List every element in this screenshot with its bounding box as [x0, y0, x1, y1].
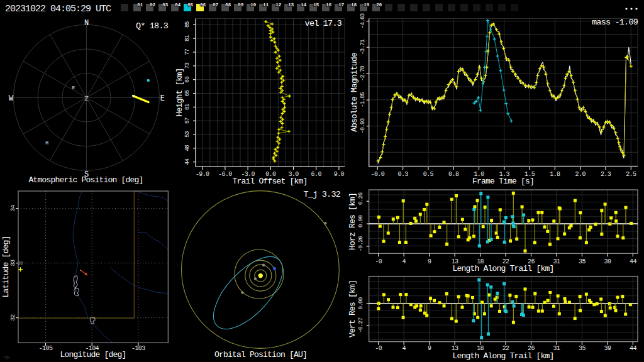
svg-text:01: 01	[137, 2, 143, 8]
svg-text:-2.78: -2.78	[360, 65, 367, 81]
svg-text:19: 19	[364, 2, 369, 8]
svg-text:R: R	[72, 85, 75, 90]
svg-text:-0.26: -0.26	[357, 236, 364, 251]
svg-text:Trail Offset [km]: Trail Offset [km]	[232, 177, 307, 186]
svg-text:05: 05	[187, 2, 193, 8]
svg-text:32: 32	[9, 314, 16, 321]
svg-text:22: 22	[502, 345, 509, 352]
svg-text:44: 44	[630, 345, 636, 352]
svg-text:06: 06	[200, 2, 206, 8]
svg-text:73: 73	[184, 62, 191, 69]
svg-text:35: 35	[579, 345, 586, 352]
svg-text:26: 26	[528, 345, 535, 352]
svg-text:4: 4	[402, 345, 406, 352]
svg-text:T_j 3.32: T_j 3.32	[304, 190, 341, 199]
svg-text:08: 08	[225, 2, 231, 8]
svg-text:61: 61	[184, 103, 191, 110]
svg-text:2.0: 2.0	[575, 171, 586, 178]
svg-text:-0.0: -0.0	[370, 171, 384, 178]
svg-text:34: 34	[9, 205, 16, 212]
svg-text:2.5: 2.5	[626, 171, 636, 178]
svg-text:9.0: 9.0	[334, 171, 345, 178]
svg-text:65: 65	[184, 90, 191, 97]
svg-text:35: 35	[579, 258, 586, 265]
svg-text:53: 53	[184, 131, 191, 138]
svg-text:N: N	[84, 19, 89, 28]
svg-text:85: 85	[184, 21, 191, 28]
svg-text:39: 39	[604, 258, 611, 265]
svg-text:02: 02	[150, 2, 155, 8]
svg-text:2.3: 2.3	[601, 171, 611, 178]
svg-text:04: 04	[175, 2, 180, 8]
svg-text:Atmospheric Position [deg]: Atmospheric Position [deg]	[29, 175, 143, 185]
svg-text:vel 17.3: vel 17.3	[305, 19, 342, 28]
svg-text:13: 13	[288, 2, 294, 8]
svg-text:Length Along Trail [km]: Length Along Trail [km]	[452, 264, 553, 273]
svg-text:Height [km]: Height [km]	[175, 68, 184, 116]
svg-text:0.3: 0.3	[397, 171, 408, 178]
svg-text:44: 44	[184, 158, 191, 165]
svg-text:18: 18	[351, 2, 357, 8]
svg-text:Horz Res [km]: Horz Res [km]	[348, 193, 357, 250]
svg-text:17: 17	[338, 2, 344, 8]
svg-text:-0: -0	[375, 345, 382, 352]
svg-text:rjw: rjw	[3, 355, 9, 359]
svg-text:-4.63: -4.63	[360, 13, 367, 28]
svg-text:-9.0: -9.0	[196, 171, 209, 178]
svg-text:M: M	[45, 140, 48, 146]
svg-text:20: 20	[376, 2, 382, 8]
svg-text:09: 09	[238, 2, 243, 8]
svg-text:9: 9	[428, 258, 431, 265]
svg-text:-1.85: -1.85	[360, 92, 367, 107]
svg-text:9: 9	[428, 345, 431, 352]
svg-text:-0.27: -0.27	[357, 318, 364, 333]
svg-text:11: 11	[263, 2, 269, 8]
svg-text:03: 03	[162, 2, 168, 8]
svg-text:12: 12	[275, 2, 281, 8]
svg-text:Vert Res [km]: Vert Res [km]	[348, 280, 357, 337]
svg-text:-103: -103	[131, 345, 145, 352]
svg-text:0.00: 0.00	[357, 215, 364, 228]
svg-text:Q* 18.3: Q* 18.3	[136, 21, 169, 31]
svg-text:Frame Time [s]: Frame Time [s]	[472, 177, 534, 186]
svg-text:13: 13	[452, 345, 458, 352]
svg-text:81: 81	[184, 35, 191, 41]
svg-text:69: 69	[184, 76, 191, 83]
svg-text:0.26: 0.26	[357, 192, 364, 205]
svg-text:Length Along Trail [km]: Length Along Trail [km]	[452, 351, 553, 361]
svg-text:Absolute Magnitude: Absolute Magnitude	[350, 53, 359, 132]
svg-text:77: 77	[184, 49, 191, 55]
svg-text:Orbital Position [AU]: Orbital Position [AU]	[214, 350, 307, 359]
svg-text:Z: Z	[84, 95, 89, 102]
svg-text:-6.0: -6.0	[218, 171, 232, 178]
svg-text:07: 07	[213, 2, 218, 8]
svg-text:6.0: 6.0	[311, 171, 322, 178]
svg-text:0.5: 0.5	[423, 171, 434, 178]
svg-text:4: 4	[402, 258, 406, 265]
svg-text:57: 57	[184, 118, 191, 124]
svg-text:-0.93: -0.93	[360, 118, 367, 133]
svg-text:0.8: 0.8	[448, 171, 459, 178]
svg-text:18: 18	[477, 345, 484, 352]
svg-text:E: E	[160, 94, 165, 103]
svg-text:15: 15	[313, 2, 319, 8]
svg-text:Latitude [deg]: Latitude [deg]	[1, 236, 11, 297]
svg-text:44: 44	[630, 258, 636, 265]
svg-text:0.00: 0.00	[357, 297, 364, 309]
svg-text:20231022 04:05:29 UTC: 20231022 04:05:29 UTC	[5, 4, 111, 14]
svg-text:Longitude [deg]: Longitude [deg]	[60, 350, 126, 359]
svg-text:-105: -105	[39, 345, 53, 352]
svg-text:1.8: 1.8	[550, 171, 560, 178]
svg-text:39: 39	[604, 345, 611, 352]
svg-text:48: 48	[184, 145, 191, 151]
svg-text:31: 31	[553, 258, 560, 265]
svg-text:14: 14	[301, 2, 306, 8]
svg-text:10: 10	[250, 2, 256, 8]
svg-text:mass -1.09: mass -1.09	[592, 18, 638, 27]
svg-text:31: 31	[553, 345, 560, 352]
svg-text:-0: -0	[375, 258, 382, 265]
svg-text:-3.71: -3.71	[360, 39, 367, 55]
svg-text:16: 16	[326, 2, 331, 8]
